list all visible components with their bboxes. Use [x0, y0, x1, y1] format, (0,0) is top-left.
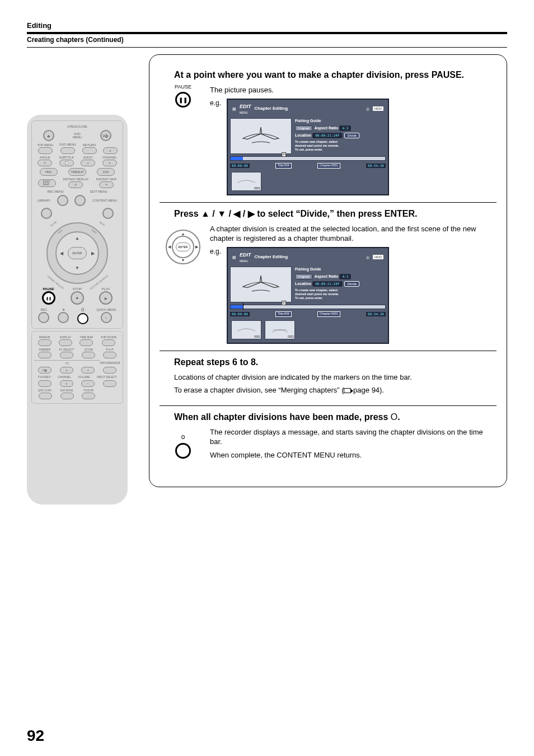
osd-location-label: Location [295, 133, 311, 137]
hdd-button: HDD [40, 168, 58, 176]
osd-chapter-badge: Chapter:0001 [317, 163, 340, 168]
dpad-down-icon: ▼ [75, 265, 79, 270]
pinp-button [103, 352, 116, 358]
pause-label: PAUSE [175, 84, 191, 90]
osd-hdd-badge: HDD [373, 255, 383, 259]
timebar-button [79, 339, 93, 346]
osd-aspect-label: Aspect Ratio [315, 126, 339, 130]
osd-original: Original [295, 274, 312, 279]
library-button [41, 208, 52, 219]
label-audio: AUDIO [83, 156, 92, 159]
label-ireplay: INSTANT REPLAY [63, 178, 89, 181]
rec-menu-button [57, 195, 68, 206]
osd-preview [230, 118, 292, 154]
label-inputsel: INPUT SELECT [97, 375, 117, 379]
osd-logo: EDIT [240, 104, 251, 109]
osd-screenshot-1: ▤ EDITMENU Chapter Editing ◎ HDD Fishing [227, 99, 389, 195]
eg-label: e.g. [210, 99, 221, 108]
label-channel2: CHANNEL [58, 375, 71, 379]
tv-video-button [38, 380, 51, 387]
label-rev: REV [57, 229, 63, 235]
dpad-left-icon: ◀ [60, 251, 63, 256]
fl-select-button [60, 352, 73, 358]
label-volume: VOLUME [78, 375, 90, 379]
section-title: Editing [27, 21, 507, 34]
osd-thumb2-num: 0002 [288, 335, 294, 339]
end-button [77, 313, 88, 324]
dpad: SLOW REV SKIP FWD FRAME / ADJUST PICTURE… [46, 222, 108, 284]
angle-button: ✎ [38, 160, 52, 166]
osd-divide: Divide [344, 133, 359, 138]
input-select-button [103, 380, 116, 387]
osd-time-end: 00:54:30 [366, 164, 386, 168]
osd-time-end: 00:54:30 [366, 312, 386, 316]
end-icon-small: o [81, 306, 85, 312]
osd-logo-sub: MENU [240, 259, 248, 263]
power-button: I/⏻ [100, 130, 111, 141]
label-channel: CHANNEL [102, 156, 117, 159]
tv-ch-up-button: ∧ [60, 367, 73, 374]
pause-icon: ❚❚ [175, 92, 191, 108]
label-angle: ANGLE [40, 156, 50, 159]
osd-location-value: 00:00:21:24F [312, 133, 342, 138]
osd-thumb1-num: 0001 [254, 335, 260, 339]
label-flsel: FL SELECT [59, 348, 74, 351]
label-display: DISPLAY [60, 335, 72, 339]
tv-vol-dn-button: − [81, 380, 95, 387]
osd-hint3: To set, press enter. [295, 296, 386, 300]
chp-divide-button [102, 339, 115, 346]
label-rec-menu: REC MENU [48, 190, 64, 193]
osd-location-label: Location [295, 282, 311, 286]
step-8-heading: Repeat steps 6 to 8. [174, 357, 496, 368]
osd-aspect-value: 4:3 [339, 125, 351, 131]
end-icon-small: o [181, 433, 185, 441]
subtitle-button: 💬 [59, 160, 74, 166]
instant-skip-button: ↷ [99, 181, 114, 188]
enter-button: ENTER [68, 247, 87, 259]
osd-timebar: P [230, 156, 386, 161]
label-menu: DVD MENU [59, 143, 76, 147]
dpad-up-icon: ▲ [75, 236, 79, 241]
disc-icon: ◎ [366, 106, 369, 111]
label-pause: PAUSE [43, 287, 54, 291]
step-9-body2: When complete, the CONTENT MENU returns. [210, 450, 496, 460]
osd-title-badge: Title:004 [275, 163, 292, 168]
osd-title-badge: Title:004 [275, 311, 292, 316]
label-quick-menu: QUICK MENU [96, 308, 116, 311]
label-zoom: ZOOM [85, 348, 93, 351]
label-open-close: OPEN/CLOSE [67, 125, 87, 128]
content-menu-button [102, 208, 114, 219]
star-button [58, 312, 69, 323]
end-key-icon: O [391, 412, 397, 422]
dpad-right-icon: ▶ [91, 251, 95, 256]
eg-label-2: e.g. [210, 247, 221, 256]
display-button [59, 339, 72, 346]
label-tvdvr: TV/DVR [83, 389, 93, 392]
step-6-body: The picture pauses. [210, 85, 496, 95]
osd-thumb-1: 0001 [231, 320, 261, 339]
label-content-menu: CONTENT MENU [92, 199, 117, 202]
label-dimmer: DIMMER [39, 348, 50, 351]
osd-title: Chapter Editing [255, 106, 363, 112]
zoom-button [82, 352, 95, 358]
end-key-button-icon [175, 443, 191, 459]
remote-diagram: OPEN/CLOSE ⏏ DVD MENU I/⏻ TOP MENU DVD M… [27, 53, 133, 505]
stop-button: ■ [71, 291, 84, 305]
return-button [82, 147, 97, 154]
osd-timebar: P [230, 305, 386, 309]
osd-hint2: desired start point via remote. [295, 292, 386, 296]
osd-screenshot-2: ▤ EDITMENU Chapter Editing ◎ HDD Fishing [227, 247, 389, 344]
label-satmoni: SAT.MONI. [60, 389, 74, 392]
osd-time-start: 00:00:00 [230, 164, 250, 168]
osd-logo: EDIT [240, 252, 251, 258]
playhead-icon: P [282, 152, 286, 157]
osd-content-title: Fishing Guide [295, 267, 386, 272]
label-play: PLAY [102, 287, 110, 291]
tv-dvr-button [82, 393, 95, 399]
easy-navi-button: EASY NAVI [38, 179, 56, 187]
pause-button: ❚❚ [42, 291, 55, 305]
label-timebar: TIME BAR [80, 335, 93, 339]
disc-icon: ◎ [366, 255, 369, 260]
sat-cont-button [39, 393, 52, 399]
airplane-icon [238, 273, 283, 296]
